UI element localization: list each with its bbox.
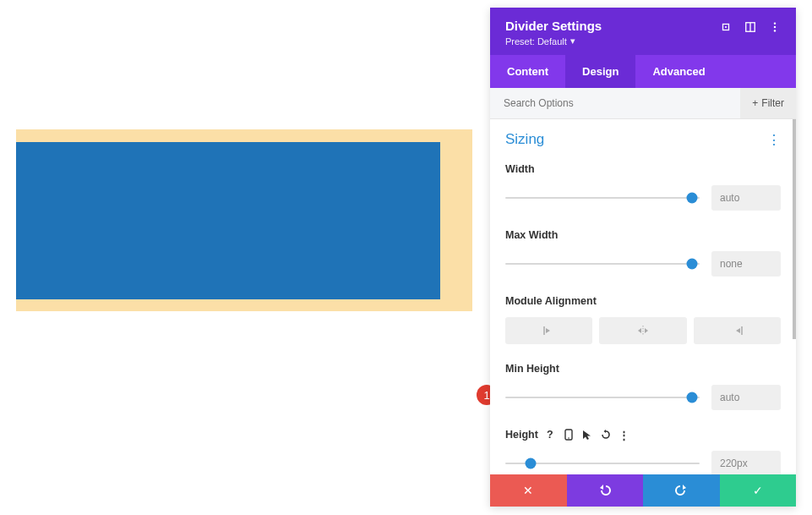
min-height-value-input[interactable] [711,385,781,410]
hover-icon[interactable] [582,430,592,440]
min-height-slider[interactable] [505,397,700,398]
panel-title-group: Divider Settings Preset: Default ▾ [505,19,602,47]
width-value-input[interactable] [711,185,781,211]
plus-icon: + [752,97,758,109]
preset-label: Preset: Default [505,36,567,47]
svg-point-6 [773,30,775,31]
section-heading: Sizing ⋮ [505,131,781,148]
filter-button[interactable]: + Filter [740,88,796,118]
panel-header-actions [719,19,781,33]
undo-button[interactable] [567,474,644,507]
slider-thumb[interactable] [525,458,536,469]
scrollbar[interactable] [793,119,796,339]
tab-content[interactable]: Content [490,55,565,88]
slider-thumb[interactable] [686,193,697,204]
panel-header: Divider Settings Preset: Default ▾ [490,8,796,55]
height-value-input[interactable] [711,451,781,474]
width-slider[interactable] [505,197,700,199]
help-icon[interactable]: ? [545,430,555,440]
height-option-icons: ? ⋮ [545,430,629,440]
slider-thumb[interactable] [686,392,697,403]
tab-design[interactable]: Design [565,55,635,88]
align-center-button[interactable] [599,317,686,344]
max-width-label: Max Width [505,229,781,241]
responsive-icon[interactable] [564,430,574,440]
width-control: Width [505,163,781,211]
redo-icon [674,485,688,496]
check-icon: ✓ [753,484,763,497]
tabs: Content Design Advanced [490,55,796,88]
divider-module[interactable] [16,142,440,299]
panel-footer: ✕ ✓ [490,474,796,507]
redo-button[interactable] [643,474,720,507]
search-bar: + Filter [490,88,796,119]
close-icon: ✕ [523,484,533,497]
kebab-menu-icon[interactable] [768,20,781,33]
max-width-slider[interactable] [505,263,700,265]
svg-point-4 [773,22,775,24]
panel-title: Divider Settings [505,19,602,33]
snap-icon[interactable] [744,20,756,33]
align-left-button[interactable] [505,317,592,344]
reset-icon[interactable] [601,430,611,440]
cancel-button[interactable]: ✕ [490,474,567,507]
caret-down-icon: ▾ [570,36,575,47]
height-slider[interactable] [505,463,700,464]
filter-label: Filter [761,97,784,109]
badge-number: 1 [483,389,489,402]
alignment-control: Module Alignment [505,295,781,344]
slider-thumb[interactable] [686,259,697,270]
alignment-label: Module Alignment [505,295,781,307]
svg-marker-10 [638,328,641,333]
svg-marker-11 [645,328,648,333]
svg-marker-18 [600,485,603,490]
align-right-button[interactable] [694,317,781,344]
undo-icon [598,485,612,496]
svg-point-5 [773,25,775,27]
save-button[interactable]: ✓ [720,474,797,507]
max-width-control: Max Width [505,229,781,277]
section-menu-icon[interactable]: ⋮ [767,132,781,148]
height-label: Height [505,429,538,441]
width-label: Width [505,163,781,175]
svg-point-1 [724,25,726,27]
svg-marker-16 [583,430,591,440]
svg-point-15 [568,437,569,439]
panel-body: Sizing ⋮ Width Max Width [490,119,796,474]
svg-marker-13 [736,328,740,333]
height-control: Height ? ⋮ [505,429,781,474]
svg-marker-8 [546,328,550,333]
max-width-value-input[interactable] [711,251,781,277]
tab-advanced[interactable]: Advanced [635,55,722,88]
svg-marker-19 [683,485,686,490]
section-title: Sizing [505,131,544,148]
svg-marker-17 [603,430,606,433]
min-height-control: Min Height [505,363,781,410]
kebab-icon[interactable]: ⋮ [619,430,629,440]
search-input[interactable] [490,88,740,118]
preset-selector[interactable]: Preset: Default ▾ [505,36,602,47]
expand-icon[interactable] [719,20,732,33]
divider-settings-panel: Divider Settings Preset: Default ▾ Conte… [490,8,796,507]
min-height-label: Min Height [505,363,781,375]
canvas-preview [16,129,472,311]
